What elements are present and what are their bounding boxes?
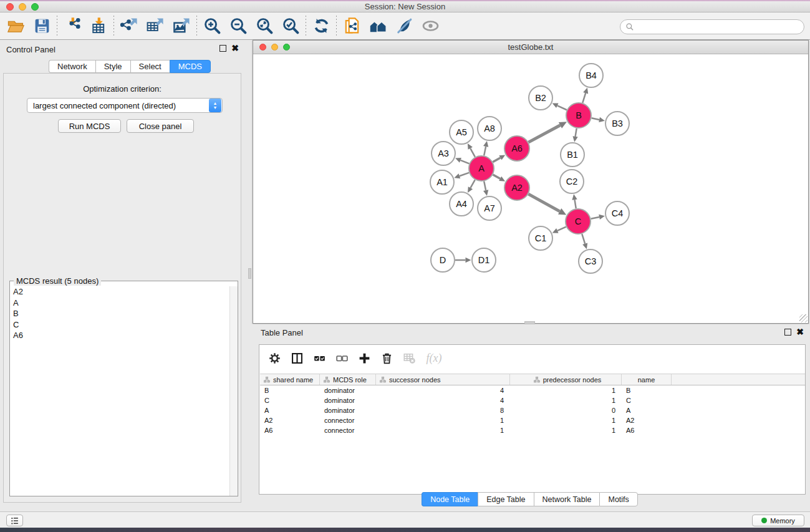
tab-node-table[interactable]: Node Table	[422, 492, 478, 506]
result-item[interactable]: B	[10, 308, 238, 319]
column-header-successor-nodes[interactable]: successor nodes	[376, 374, 510, 385]
open-folder-button[interactable]	[2, 14, 29, 38]
splitter-handle-left[interactable]	[248, 268, 251, 279]
settings-gear-button[interactable]	[263, 347, 286, 369]
select-all-button[interactable]	[308, 347, 330, 369]
resize-grip[interactable]	[799, 314, 808, 322]
zoom-fit-button[interactable]	[251, 14, 277, 38]
float-table-panel-icon[interactable]	[784, 329, 791, 336]
zoom-selected-button[interactable]	[277, 14, 304, 38]
column-header-MCDS-role[interactable]: MCDS role	[320, 374, 376, 385]
task-history-button[interactable]	[6, 515, 23, 526]
edge-A-A5[interactable]	[470, 148, 475, 157]
table-row[interactable]: Adominator80A	[260, 405, 805, 415]
table-cell[interactable]: dominator	[320, 397, 376, 404]
tab-select[interactable]: Select	[130, 60, 170, 73]
result-item[interactable]: C	[10, 319, 238, 331]
float-panel-icon[interactable]	[219, 45, 226, 52]
table-cell[interactable]: A2	[260, 417, 320, 424]
edge-A-A3[interactable]	[460, 160, 469, 164]
edge-B-B3[interactable]	[592, 118, 600, 120]
table-cell[interactable]: dominator	[320, 407, 376, 414]
table-cell[interactable]: 1	[510, 387, 622, 394]
table-cell[interactable]: C	[622, 397, 672, 404]
table-cell[interactable]: A6	[260, 427, 320, 434]
search-input[interactable]	[637, 22, 799, 31]
edge-A-A8[interactable]	[484, 147, 486, 156]
table-cell[interactable]: 1	[510, 397, 622, 404]
import-table-button[interactable]	[85, 14, 112, 38]
close-panel-icon[interactable]: ✖	[231, 45, 239, 52]
criterion-dropdown[interactable]: largest connected component (directed) ▲…	[27, 98, 223, 113]
table-cell[interactable]: 1	[510, 427, 622, 434]
deselect-all-button[interactable]	[330, 347, 353, 369]
refresh-button[interactable]	[308, 14, 334, 38]
table-row[interactable]: A2connector11A2	[260, 415, 805, 425]
edge-C-C4[interactable]	[591, 217, 600, 219]
export-image-button[interactable]	[168, 14, 195, 38]
export-table-button[interactable]	[142, 14, 168, 38]
table-cell[interactable]: A2	[622, 417, 672, 424]
table-cell[interactable]: B	[622, 387, 672, 394]
table-cell[interactable]: 4	[376, 397, 510, 404]
table-row[interactable]: A6connector11A6	[260, 425, 805, 435]
network-window-titlebar[interactable]: testGlobe.txt	[253, 41, 808, 54]
table-cell[interactable]: B	[260, 387, 320, 394]
import-network-button[interactable]	[59, 14, 85, 38]
style-toggle-button[interactable]	[391, 14, 417, 38]
result-item[interactable]: A6	[10, 330, 238, 341]
table-cell[interactable]: 1	[376, 417, 510, 424]
table-cell[interactable]: 4	[376, 387, 510, 394]
export-network-button[interactable]	[116, 14, 142, 38]
table-row[interactable]: Cdominator41C	[260, 395, 805, 405]
close-table-panel-icon[interactable]: ✖	[796, 329, 804, 336]
edge-A-A4[interactable]	[470, 180, 475, 188]
table-cell[interactable]: A6	[622, 427, 672, 434]
edge-A6-B[interactable]	[529, 125, 561, 142]
memory-button[interactable]: Memory	[752, 515, 804, 526]
search-field[interactable]	[620, 19, 804, 34]
edge-A-A2[interactable]	[493, 175, 500, 178]
zoom-out-button[interactable]	[225, 14, 251, 38]
save-button[interactable]	[29, 14, 55, 38]
edge-C-C1[interactable]	[557, 227, 566, 231]
copy-network-button[interactable]	[339, 14, 365, 38]
mcds-result-list[interactable]: A2ABCA6	[10, 286, 238, 496]
close-panel-button[interactable]: Close panel	[127, 119, 194, 133]
edge-A2-C[interactable]	[528, 194, 559, 211]
tab-network-table[interactable]: Network Table	[534, 492, 600, 506]
delete-row-button[interactable]	[375, 347, 398, 369]
zoom-in-button[interactable]	[199, 14, 225, 38]
table-cell[interactable]: 0	[510, 407, 622, 414]
column-header-predecessor-nodes[interactable]: predecessor nodes	[510, 374, 622, 385]
tab-style[interactable]: Style	[95, 60, 130, 73]
table-cell[interactable]: dominator	[320, 387, 376, 394]
edge-B-B2[interactable]	[557, 105, 567, 110]
network-graph[interactable]: B4B2BB3A8A5A6A3B1AC2A1A2A4A7C4CC1DD1C3	[253, 54, 808, 323]
table-cell[interactable]: 8	[376, 407, 510, 414]
table-cell[interactable]: C	[260, 397, 320, 404]
edge-A-A1[interactable]	[460, 173, 469, 176]
edge-A-A6[interactable]	[493, 158, 500, 162]
result-item[interactable]: A2	[10, 286, 238, 297]
column-header-name[interactable]: name	[622, 374, 672, 385]
network-canvas[interactable]: B4B2BB3A8A5A6A3B1AC2A1A2A4A7C4CC1DD1C3	[253, 54, 808, 323]
table-cell[interactable]: connector	[320, 417, 376, 424]
table-cell[interactable]: connector	[320, 427, 376, 434]
edge-B-B4[interactable]	[582, 93, 586, 103]
result-item[interactable]: A	[10, 297, 238, 309]
result-scrollbar[interactable]	[229, 286, 238, 496]
add-row-button[interactable]	[353, 347, 375, 369]
tab-motifs[interactable]: Motifs	[599, 492, 637, 506]
tab-mcds[interactable]: MCDS	[170, 60, 211, 73]
edge-C-C3[interactable]	[582, 234, 585, 244]
tab-edge-table[interactable]: Edge Table	[478, 492, 533, 506]
edge-B-B1[interactable]	[576, 128, 577, 137]
edge-A-A7[interactable]	[484, 181, 486, 191]
run-mcds-button[interactable]: Run MCDS	[58, 119, 121, 133]
tab-network[interactable]: Network	[49, 60, 95, 73]
edge-C-C2[interactable]	[575, 200, 576, 208]
show-columns-button[interactable]	[286, 347, 308, 369]
eye-button[interactable]	[417, 14, 443, 38]
home-button[interactable]	[365, 14, 391, 38]
